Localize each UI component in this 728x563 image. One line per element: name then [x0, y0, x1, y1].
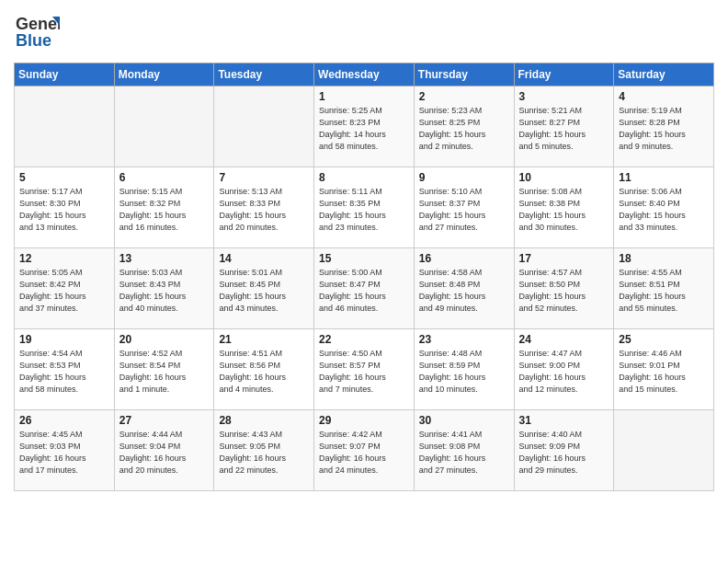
day-number: 10 — [519, 171, 609, 184]
day-number: 16 — [419, 252, 509, 265]
day-info: Sunrise: 5:13 AMSunset: 8:33 PMDaylight:… — [219, 186, 309, 234]
calendar-header-monday: Monday — [114, 63, 214, 86]
day-number: 28 — [219, 414, 309, 427]
day-info: Sunrise: 5:01 AMSunset: 8:45 PMDaylight:… — [219, 267, 309, 315]
day-info: Sunrise: 5:23 AMSunset: 8:25 PMDaylight:… — [419, 105, 509, 153]
day-info: Sunrise: 5:11 AMSunset: 8:35 PMDaylight:… — [319, 186, 409, 234]
day-info: Sunrise: 4:45 AMSunset: 9:03 PMDaylight:… — [19, 429, 109, 477]
logo: General Blue — [14, 9, 62, 55]
header: General Blue — [14, 9, 714, 55]
calendar-week-2: 5Sunrise: 5:17 AMSunset: 8:30 PMDaylight… — [15, 167, 714, 248]
day-info: Sunrise: 4:58 AMSunset: 8:48 PMDaylight:… — [419, 267, 509, 315]
calendar-cell: 10Sunrise: 5:08 AMSunset: 8:38 PMDayligh… — [514, 167, 614, 248]
calendar-cell: 5Sunrise: 5:17 AMSunset: 8:30 PMDaylight… — [15, 167, 115, 248]
day-number: 26 — [19, 414, 109, 427]
calendar-cell: 30Sunrise: 4:41 AMSunset: 9:08 PMDayligh… — [414, 410, 514, 491]
calendar-cell: 31Sunrise: 4:40 AMSunset: 9:09 PMDayligh… — [514, 410, 614, 491]
day-number: 24 — [519, 333, 609, 346]
calendar-cell: 20Sunrise: 4:52 AMSunset: 8:54 PMDayligh… — [114, 329, 214, 410]
calendar-cell: 2Sunrise: 5:23 AMSunset: 8:25 PMDaylight… — [414, 86, 514, 167]
calendar-cell — [614, 410, 714, 491]
day-number: 31 — [519, 414, 609, 427]
calendar-cell: 25Sunrise: 4:46 AMSunset: 9:01 PMDayligh… — [614, 329, 714, 410]
day-info: Sunrise: 4:48 AMSunset: 8:59 PMDaylight:… — [419, 348, 509, 396]
calendar-header-wednesday: Wednesday — [314, 63, 415, 86]
day-info: Sunrise: 4:44 AMSunset: 9:04 PMDaylight:… — [119, 429, 210, 477]
day-number: 17 — [519, 252, 609, 265]
calendar-cell: 15Sunrise: 5:00 AMSunset: 8:47 PMDayligh… — [314, 248, 415, 329]
calendar-header-sunday: Sunday — [15, 63, 115, 86]
day-number: 25 — [619, 333, 709, 346]
calendar-header-row: SundayMondayTuesdayWednesdayThursdayFrid… — [15, 63, 714, 86]
day-number: 2 — [419, 90, 509, 103]
calendar-cell: 6Sunrise: 5:15 AMSunset: 8:32 PMDaylight… — [114, 167, 214, 248]
day-info: Sunrise: 4:55 AMSunset: 8:51 PMDaylight:… — [619, 267, 709, 315]
day-info: Sunrise: 4:50 AMSunset: 8:57 PMDaylight:… — [319, 348, 409, 396]
calendar-cell: 23Sunrise: 4:48 AMSunset: 8:59 PMDayligh… — [414, 329, 514, 410]
day-info: Sunrise: 5:10 AMSunset: 8:37 PMDaylight:… — [419, 186, 509, 234]
day-number: 21 — [219, 333, 309, 346]
calendar-cell: 1Sunrise: 5:25 AMSunset: 8:23 PMDaylight… — [314, 86, 415, 167]
logo-icon: General Blue — [14, 9, 60, 55]
day-info: Sunrise: 5:15 AMSunset: 8:32 PMDaylight:… — [119, 186, 210, 234]
day-info: Sunrise: 4:43 AMSunset: 9:05 PMDaylight:… — [219, 429, 309, 477]
day-info: Sunrise: 5:17 AMSunset: 8:30 PMDaylight:… — [19, 186, 109, 234]
calendar-cell: 19Sunrise: 4:54 AMSunset: 8:53 PMDayligh… — [15, 329, 115, 410]
day-number: 5 — [19, 171, 109, 184]
calendar-cell: 4Sunrise: 5:19 AMSunset: 8:28 PMDaylight… — [614, 86, 714, 167]
calendar-week-3: 12Sunrise: 5:05 AMSunset: 8:42 PMDayligh… — [15, 248, 714, 329]
calendar-week-1: 1Sunrise: 5:25 AMSunset: 8:23 PMDaylight… — [15, 86, 714, 167]
day-info: Sunrise: 5:05 AMSunset: 8:42 PMDaylight:… — [19, 267, 109, 315]
calendar-week-5: 26Sunrise: 4:45 AMSunset: 9:03 PMDayligh… — [15, 410, 714, 491]
day-info: Sunrise: 5:19 AMSunset: 8:28 PMDaylight:… — [619, 105, 709, 153]
calendar-cell: 13Sunrise: 5:03 AMSunset: 8:43 PMDayligh… — [114, 248, 214, 329]
calendar-cell — [15, 86, 115, 167]
day-info: Sunrise: 5:03 AMSunset: 8:43 PMDaylight:… — [119, 267, 210, 315]
svg-text:General: General — [16, 15, 60, 33]
day-number: 12 — [19, 252, 109, 265]
calendar-table: SundayMondayTuesdayWednesdayThursdayFrid… — [14, 63, 714, 491]
calendar-cell: 12Sunrise: 5:05 AMSunset: 8:42 PMDayligh… — [15, 248, 115, 329]
day-info: Sunrise: 4:52 AMSunset: 8:54 PMDaylight:… — [119, 348, 210, 396]
day-info: Sunrise: 5:06 AMSunset: 8:40 PMDaylight:… — [619, 186, 709, 234]
day-info: Sunrise: 4:51 AMSunset: 8:56 PMDaylight:… — [219, 348, 309, 396]
day-number: 13 — [119, 252, 210, 265]
day-info: Sunrise: 4:57 AMSunset: 8:50 PMDaylight:… — [519, 267, 609, 315]
day-number: 9 — [419, 171, 509, 184]
day-number: 27 — [119, 414, 210, 427]
day-number: 19 — [19, 333, 109, 346]
day-number: 8 — [319, 171, 409, 184]
calendar-cell: 9Sunrise: 5:10 AMSunset: 8:37 PMDaylight… — [414, 167, 514, 248]
calendar-header-friday: Friday — [514, 63, 614, 86]
day-info: Sunrise: 5:08 AMSunset: 8:38 PMDaylight:… — [519, 186, 609, 234]
calendar-cell: 8Sunrise: 5:11 AMSunset: 8:35 PMDaylight… — [314, 167, 415, 248]
day-number: 18 — [619, 252, 709, 265]
calendar-cell: 26Sunrise: 4:45 AMSunset: 9:03 PMDayligh… — [15, 410, 115, 491]
calendar-cell: 22Sunrise: 4:50 AMSunset: 8:57 PMDayligh… — [314, 329, 415, 410]
calendar-cell: 24Sunrise: 4:47 AMSunset: 9:00 PMDayligh… — [514, 329, 614, 410]
day-info: Sunrise: 4:47 AMSunset: 9:00 PMDaylight:… — [519, 348, 609, 396]
calendar-cell: 11Sunrise: 5:06 AMSunset: 8:40 PMDayligh… — [614, 167, 714, 248]
calendar-cell: 14Sunrise: 5:01 AMSunset: 8:45 PMDayligh… — [214, 248, 314, 329]
day-info: Sunrise: 4:42 AMSunset: 9:07 PMDaylight:… — [319, 429, 409, 477]
calendar-cell: 29Sunrise: 4:42 AMSunset: 9:07 PMDayligh… — [314, 410, 415, 491]
calendar-week-4: 19Sunrise: 4:54 AMSunset: 8:53 PMDayligh… — [15, 329, 714, 410]
calendar-cell: 3Sunrise: 5:21 AMSunset: 8:27 PMDaylight… — [514, 86, 614, 167]
day-number: 7 — [219, 171, 309, 184]
day-info: Sunrise: 4:40 AMSunset: 9:09 PMDaylight:… — [519, 429, 609, 477]
calendar-cell: 17Sunrise: 4:57 AMSunset: 8:50 PMDayligh… — [514, 248, 614, 329]
calendar-cell: 28Sunrise: 4:43 AMSunset: 9:05 PMDayligh… — [214, 410, 314, 491]
calendar-cell: 16Sunrise: 4:58 AMSunset: 8:48 PMDayligh… — [414, 248, 514, 329]
day-number: 22 — [319, 333, 409, 346]
calendar-cell: 18Sunrise: 4:55 AMSunset: 8:51 PMDayligh… — [614, 248, 714, 329]
day-number: 30 — [419, 414, 509, 427]
day-number: 1 — [319, 90, 409, 103]
svg-text:Blue: Blue — [16, 31, 51, 50]
page: General Blue SundayMondayTuesdayWednesda… — [0, 0, 728, 563]
day-number: 11 — [619, 171, 709, 184]
calendar-header-tuesday: Tuesday — [214, 63, 314, 86]
day-number: 15 — [319, 252, 409, 265]
day-number: 14 — [219, 252, 309, 265]
day-info: Sunrise: 4:54 AMSunset: 8:53 PMDaylight:… — [19, 348, 109, 396]
day-info: Sunrise: 4:46 AMSunset: 9:01 PMDaylight:… — [619, 348, 709, 396]
